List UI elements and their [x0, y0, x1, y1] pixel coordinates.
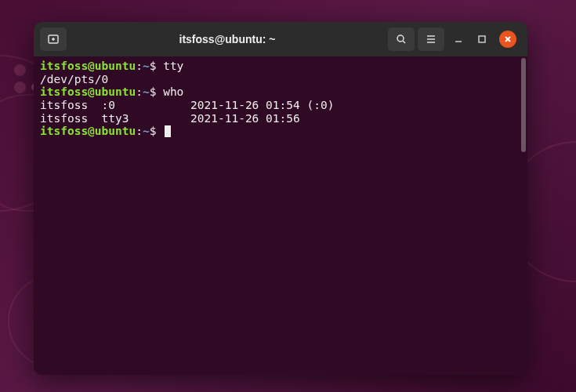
output-text: itsfoss tty3 2021-11-26 01:56 [40, 112, 300, 125]
svg-point-3 [397, 35, 404, 42]
menu-button[interactable] [418, 27, 444, 51]
prompt-userhost: itsfoss@ubuntu [40, 125, 136, 137]
prompt-path: ~ [143, 85, 150, 98]
scrollbar[interactable] [521, 58, 526, 152]
prompt-path: ~ [143, 60, 150, 72]
minimize-button[interactable] [452, 33, 465, 45]
close-icon [504, 35, 512, 43]
close-button[interactable] [499, 31, 516, 48]
maximize-button[interactable] [476, 33, 488, 45]
terminal-window: itsfoss@ubuntu: ~ [34, 22, 527, 375]
svg-rect-9 [479, 36, 485, 42]
terminal-line: itsfoss@ubuntu:~$ tty [40, 60, 521, 73]
prompt-symbol: $ [150, 125, 163, 137]
command-text: who [163, 85, 183, 98]
search-button[interactable] [388, 27, 415, 51]
prompt-separator: : [136, 85, 143, 98]
terminal-line: itsfoss tty3 2021-11-26 01:56 [40, 112, 521, 125]
prompt-separator: : [136, 60, 143, 72]
command-text: tty [163, 60, 183, 72]
terminal-body[interactable]: itsfoss@ubuntu:~$ tty/dev/pts/0itsfoss@u… [34, 56, 527, 375]
hamburger-icon [425, 33, 437, 45]
minimize-icon [454, 34, 463, 44]
maximize-icon [478, 35, 486, 43]
title-bar: itsfoss@ubuntu: ~ [34, 22, 527, 56]
terminal-line: itsfoss :0 2021-11-26 01:54 (:0) [40, 99, 521, 112]
window-title: itsfoss@ubuntu: ~ [70, 33, 385, 45]
prompt-symbol: $ [150, 85, 163, 98]
search-icon [395, 33, 408, 45]
terminal-line: /dev/pts/0 [40, 73, 521, 86]
prompt-userhost: itsfoss@ubuntu [40, 60, 136, 72]
new-tab-icon [47, 33, 60, 45]
cursor [165, 125, 171, 137]
output-text: /dev/pts/0 [40, 73, 108, 85]
prompt-separator: : [136, 125, 143, 137]
prompt-symbol: $ [150, 60, 163, 72]
svg-line-4 [403, 41, 405, 43]
new-tab-button[interactable] [40, 27, 67, 51]
prompt-userhost: itsfoss@ubuntu [40, 85, 136, 98]
window-controls [447, 31, 521, 48]
prompt-path: ~ [143, 125, 150, 137]
terminal-line: itsfoss@ubuntu:~$ who [40, 85, 521, 99]
terminal-line: itsfoss@ubuntu:~$ [40, 125, 521, 138]
output-text: itsfoss :0 2021-11-26 01:54 (:0) [40, 99, 334, 111]
